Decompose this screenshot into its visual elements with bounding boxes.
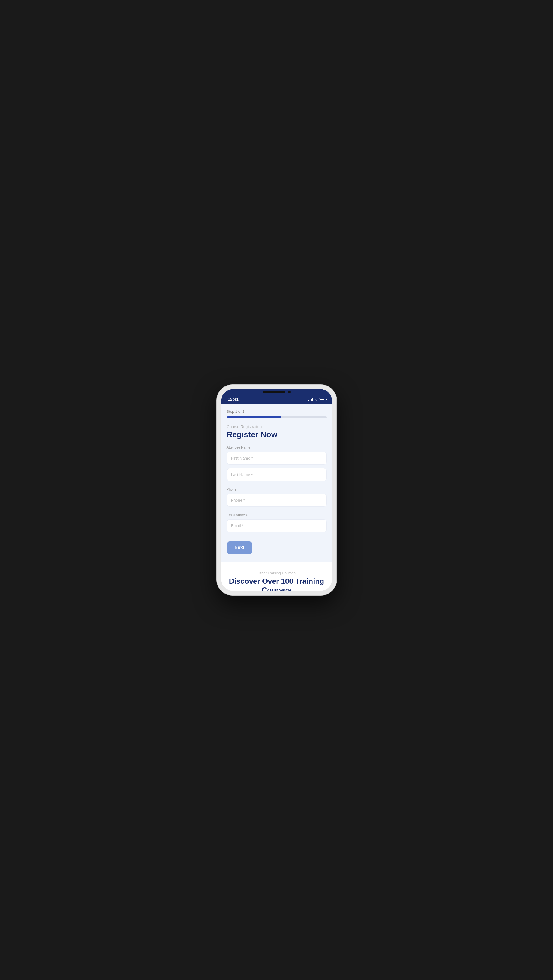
attendee-name-label: Attendee Name — [227, 445, 327, 449]
email-group: Email Address — [227, 513, 327, 536]
registration-subtitle: Course Registration — [227, 425, 327, 429]
email-input[interactable] — [227, 519, 327, 532]
last-name-input[interactable] — [227, 468, 327, 481]
status-icons: ∿ — [308, 398, 326, 401]
step-label: Step 1 of 2 — [227, 409, 327, 414]
phone-screen: 12:41 ∿ Step 1 of 2 — [221, 389, 332, 591]
email-label: Email Address — [227, 513, 327, 517]
phone-input[interactable] — [227, 494, 327, 507]
progress-bar — [227, 417, 327, 418]
notch — [263, 389, 291, 393]
courses-section: Other Training Courses Discover Over 100… — [221, 562, 332, 591]
scroll-content: Step 1 of 2 Course Registration Register… — [221, 404, 332, 591]
registration-section: Step 1 of 2 Course Registration Register… — [221, 404, 332, 562]
next-button[interactable]: Next — [227, 541, 253, 554]
registration-title: Register Now — [227, 430, 327, 439]
courses-subtitle: Other Training Courses — [227, 571, 327, 575]
notch-pill — [263, 391, 285, 393]
signal-icon — [308, 398, 313, 401]
phone-frame: 12:41 ∿ Step 1 of 2 — [217, 385, 336, 595]
wifi-icon: ∿ — [315, 398, 318, 401]
phone-group: Phone — [227, 487, 327, 510]
phone-label: Phone — [227, 487, 327, 492]
status-bar: 12:41 ∿ — [221, 389, 332, 404]
first-name-input[interactable] — [227, 452, 327, 465]
status-time: 12:41 — [228, 396, 238, 401]
courses-title: Discover Over 100 Training Courses — [227, 577, 327, 591]
progress-fill — [227, 417, 282, 418]
attendee-name-group: Attendee Name — [227, 445, 327, 485]
notch-camera — [288, 391, 291, 393]
battery-icon — [319, 398, 326, 401]
